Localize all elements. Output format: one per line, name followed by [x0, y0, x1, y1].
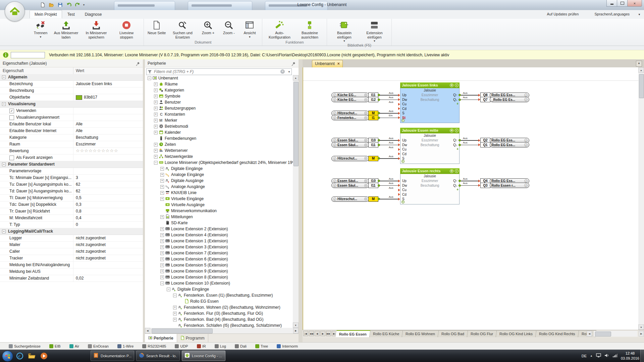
expand-icon[interactable]: +: [160, 215, 164, 219]
rating-stars[interactable]: ☆☆☆☆☆☆☆☆☆☆: [76, 148, 118, 153]
baustein-einfügen-button[interactable]: Baustein einfügen▼: [329, 19, 359, 43]
filter-options-icon[interactable]: ▼: [288, 70, 290, 73]
property-value[interactable]: 0,4: [76, 216, 82, 220]
property-row-tdc-dauer-s-doppelklick[interactable]: Tdc: Dauer [s] Doppelklick0,3: [0, 201, 143, 208]
collapse-icon[interactable]: −: [2, 75, 6, 79]
expand-icon[interactable]: +: [154, 125, 158, 128]
info-icon[interactable]: i: [333, 116, 336, 119]
property-row-raum[interactable]: RaumEsszimmer: [0, 141, 143, 148]
color-swatch[interactable]: [76, 95, 82, 100]
block-expand-target-icon[interactable]: [401, 200, 405, 203]
input-connector-i11[interactable]: iEssen Säul...: [331, 183, 369, 188]
expand-icon[interactable]: +: [173, 306, 177, 309]
output-label-q2[interactable]: Q↓: [453, 184, 458, 187]
property-value[interactable]: 0,5: [76, 195, 82, 200]
collapse-icon[interactable]: −: [173, 294, 177, 297]
expand-icon[interactable]: +: [154, 131, 158, 134]
tree-item-räume[interactable]: +Räume: [145, 81, 293, 87]
port-box-i11[interactable]: I11: [368, 142, 378, 147]
suchen-und-ersetzen-button[interactable]: Suchen und Ersetzen: [167, 19, 198, 40]
expand-icon[interactable]: +: [160, 233, 164, 237]
tree-item-loxone-miniserver-objektspeicherbedarf-g[interactable]: −Loxone Miniserver (Objektspeicherbedarf…: [145, 160, 293, 166]
open-folder-icon[interactable]: [48, 2, 54, 8]
tree-item-fensterkon-essen-i1-beschattung-esszimme[interactable]: −Fensterkon. Essen (I1) (Beschattung, Es…: [145, 292, 293, 298]
property-row-verwenden[interactable]: ✓Verwenden: [0, 108, 143, 114]
page-tab-rollo-og-kind-rechts[interactable]: Rollo OG Kind Rechts: [536, 330, 579, 338]
liveview-stoppen-button[interactable]: Liveview stoppen: [111, 19, 142, 40]
expand-icon[interactable]: +: [160, 179, 164, 183]
tree-item-fensterkon-wohnen-i2-beschattung-wohnzim[interactable]: +Fensterkon. Wohnen (I2) (Beschattung, W…: [145, 304, 293, 310]
property-value[interactable]: 0: [76, 222, 78, 227]
port-box-q3[interactable]: Q3: [480, 183, 490, 188]
collapse-icon[interactable]: −: [154, 161, 158, 165]
property-row-visualisierungskennwort[interactable]: Visualisierungskennwort: [0, 114, 143, 121]
property-row-als-favorit-anzeigen[interactable]: Als Favorit anzeigen: [0, 155, 143, 161]
port-box-m[interactable]: M: [368, 156, 378, 161]
dock-tab-eib[interactable]: EIB: [49, 344, 61, 348]
page-nav-button-1[interactable]: ◀◀: [309, 331, 314, 336]
add-output-icon[interactable]: +: [457, 188, 459, 191]
input-label-cu[interactable]: Cu: [402, 102, 407, 106]
expand-icon[interactable]: +: [160, 239, 164, 243]
info-icon[interactable]: i: [524, 184, 528, 187]
property-value[interactable]: 0,3: [76, 202, 82, 207]
property-group-visualisierung[interactable]: −Visualisierung: [0, 101, 143, 108]
move-icon[interactable]: ✛: [450, 83, 453, 87]
expand-icon[interactable]: +: [160, 263, 164, 267]
output-label-q1[interactable]: Q↑: [453, 138, 458, 142]
network-tray-icon[interactable]: [612, 353, 618, 359]
canvas-horizontal-scrollbar[interactable]: ◀ ▶: [587, 331, 644, 337]
input-connector-i1[interactable]: iFensterko...: [331, 115, 369, 120]
tree-item-knx-eib-linie[interactable]: +KNX/EIB Linie: [145, 190, 293, 196]
property-row-beschreibung[interactable]: Beschreibung: [0, 87, 143, 94]
info-icon[interactable]: i: [455, 129, 459, 132]
tree-item-fensterkon-schlafen-i5-beschattung-schla[interactable]: Fensterkon. Schlafen (I5) (Beschattung, …: [145, 322, 293, 328]
tree-item-miniserverkommunikation[interactable]: Miniserverkommunikation: [145, 208, 293, 214]
tree-item-mitteilungen[interactable]: +Mitteilungen: [145, 214, 293, 220]
expand-icon[interactable]: +: [160, 276, 164, 279]
info-icon[interactable]: i: [333, 94, 336, 97]
property-value[interactable]: 62: [76, 182, 80, 187]
property-value[interactable]: Esszimmer: [76, 142, 96, 146]
page-tab-rollo-og-kind-links[interactable]: Rollo OG Kind Links: [496, 330, 537, 338]
bausteine-ausrichten-button[interactable]: Bausteine ausrichten: [294, 19, 325, 40]
tree-item-unbenannt[interactable]: −Unbenannt: [145, 75, 293, 81]
undo-icon[interactable]: [66, 2, 72, 8]
taskbar-button-loxone-config-[interactable]: Loxone Config - ...: [182, 351, 225, 361]
input-label-cu[interactable]: Cu: [402, 188, 407, 192]
close-document-icon[interactable]: ×: [337, 61, 340, 66]
port-box-m[interactable]: M: [368, 196, 378, 202]
collapse-icon[interactable]: −: [2, 230, 6, 233]
function-block-jalousie-essen-rechts[interactable]: Jalousie Essen rechts✛iJalousieUpEsszimm…: [400, 168, 460, 204]
info-icon[interactable]: i: [333, 179, 336, 183]
output-connector-q1[interactable]: Rollo EG Ess...i: [490, 142, 529, 147]
tree-item-kategorien[interactable]: +Kategorien: [145, 87, 293, 93]
tab-list-dropdown-icon[interactable]: ▼: [636, 61, 642, 67]
zoom--button[interactable]: Zoom -: [218, 19, 239, 36]
expand-icon[interactable]: +: [154, 82, 158, 86]
language-indicator[interactable]: DE: [582, 354, 587, 358]
info-icon[interactable]: i: [333, 184, 336, 187]
output-label-q2[interactable]: Q↓: [453, 98, 458, 102]
page-nav-button-0[interactable]: |◀: [303, 331, 308, 336]
page-nav-button-4[interactable]: ▶▶: [326, 331, 331, 336]
tree-item-virtuelle-ausgänge[interactable]: Virtuelle Ausgänge: [145, 202, 293, 208]
extension-einfügen-button[interactable]: Extension einfügen▼: [359, 19, 389, 43]
info-icon[interactable]: i: [455, 169, 459, 173]
dock-tab-suchergebnisse[interactable]: Suchergebnisse: [9, 344, 41, 348]
collapse-icon[interactable]: −: [167, 288, 170, 291]
port-box-q1[interactable]: Q1: [480, 142, 490, 147]
property-value[interactable]: Jalousie Essen links: [76, 81, 112, 86]
property-row-meldung-bei-ein-analogänderung[interactable]: Meldung bei EIN/Analogänderung: [0, 262, 143, 268]
checkbox-visualisierungskennwort[interactable]: [9, 115, 14, 120]
output-node-icon[interactable]: [459, 180, 461, 182]
input-label-s[interactable]: S: [402, 111, 405, 115]
tree-item-fensterkon-flur-i3-beschattung-flur-og-[interactable]: +Fensterkon. Flur (I3) (Beschattung, Flu…: [145, 310, 293, 316]
tree-item-merker[interactable]: +MMerker: [145, 117, 293, 123]
property-row-kategorie[interactable]: KategorieBeschattung: [0, 134, 143, 141]
close-button[interactable]: ×: [627, 0, 642, 7]
port-box-i11[interactable]: I11: [368, 183, 378, 188]
info-icon[interactable]: i: [524, 143, 528, 146]
property-value[interactable]: 62: [76, 189, 80, 193]
dock-tab-1-wire[interactable]: 1-Wire: [117, 344, 133, 348]
